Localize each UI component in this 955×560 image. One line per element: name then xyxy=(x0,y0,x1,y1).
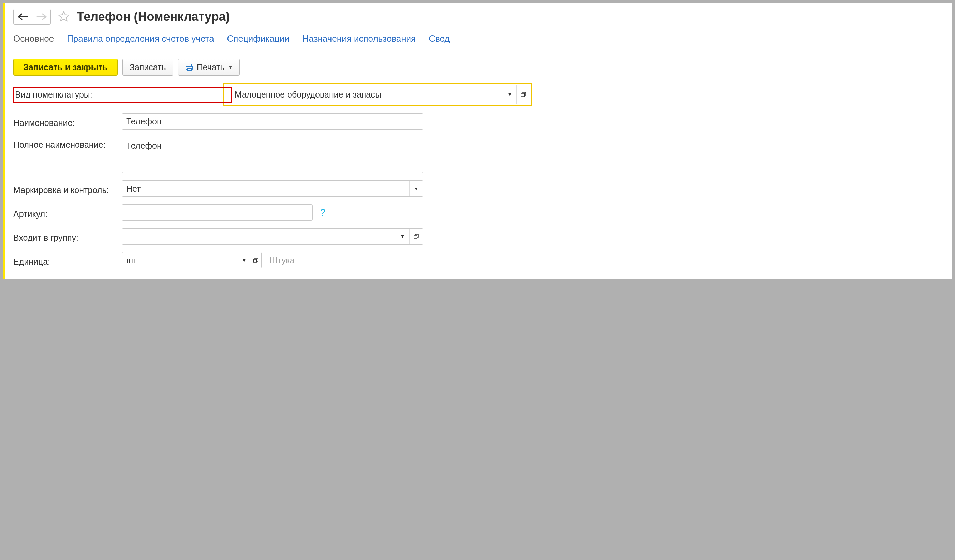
fullname-input-wrap xyxy=(122,137,423,173)
chevron-down-icon: ▼ xyxy=(507,92,512,97)
marking-label: Маркировка и контроль: xyxy=(13,183,119,195)
row-fullname: Полное наименование: xyxy=(13,137,952,173)
unit-label: Единица: xyxy=(13,254,119,267)
fullname-label: Полное наименование: xyxy=(13,137,119,150)
article-input-wrap xyxy=(122,204,313,221)
svg-rect-3 xyxy=(521,94,524,97)
tab-specs[interactable]: Спецификации xyxy=(227,33,290,45)
header: Телефон (Номенклатура) xyxy=(13,9,952,25)
row-article: Артикул: ? xyxy=(13,204,952,221)
marking-input-wrap: ▼ xyxy=(122,180,423,197)
highlight-red-box: Вид номенклатуры: xyxy=(13,87,232,103)
chevron-down-icon: ▼ xyxy=(414,186,419,191)
open-icon xyxy=(413,233,420,239)
marking-input[interactable] xyxy=(122,181,409,196)
svg-rect-5 xyxy=(254,259,257,262)
page-title: Телефон (Номенклатура) xyxy=(77,9,230,24)
chevron-down-icon: ▼ xyxy=(242,258,247,263)
forward-button[interactable] xyxy=(32,9,50,24)
unit-dropdown-button[interactable]: ▼ xyxy=(238,252,250,268)
type-input[interactable] xyxy=(230,85,503,104)
row-group: Входит в группу: ▼ xyxy=(13,228,952,244)
tab-usage[interactable]: Назначения использования xyxy=(302,33,416,45)
tab-info[interactable]: Свед xyxy=(429,33,449,45)
svg-rect-4 xyxy=(414,235,417,238)
nav-buttons xyxy=(13,9,51,25)
fullname-input[interactable] xyxy=(122,138,423,170)
highlight-yellow-box: ▼ xyxy=(224,83,532,106)
group-dropdown-button[interactable]: ▼ xyxy=(396,228,409,244)
arrow-right-icon xyxy=(36,13,47,20)
group-input-wrap: ▼ xyxy=(122,228,423,244)
group-input[interactable] xyxy=(122,228,396,244)
back-button[interactable] xyxy=(14,9,32,24)
toolbar: Записать и закрыть Записать Печать ▼ xyxy=(13,59,952,76)
star-icon xyxy=(58,11,70,23)
name-label: Наименование: xyxy=(13,115,119,128)
chevron-down-icon: ▼ xyxy=(228,64,233,70)
form-window: Телефон (Номенклатура) Основное Правила … xyxy=(3,3,952,279)
unit-input[interactable] xyxy=(122,252,238,268)
svg-rect-2 xyxy=(187,68,191,70)
row-name: Наименование: xyxy=(13,113,952,130)
type-dropdown-button[interactable]: ▼ xyxy=(503,85,517,104)
name-input[interactable] xyxy=(122,114,423,129)
print-label: Печать xyxy=(197,63,225,72)
row-unit: Единица: ▼ Штука xyxy=(13,252,952,268)
article-label: Артикул: xyxy=(13,206,119,219)
marking-dropdown-button[interactable]: ▼ xyxy=(409,181,423,196)
type-open-button[interactable] xyxy=(517,85,530,104)
save-button[interactable]: Записать xyxy=(122,59,173,76)
tab-main[interactable]: Основное xyxy=(13,33,54,45)
open-icon xyxy=(253,257,259,263)
row-type: Вид номенклатуры: ▼ xyxy=(13,83,952,106)
favorite-button[interactable] xyxy=(57,10,70,23)
article-input[interactable] xyxy=(122,205,312,220)
unit-description: Штука xyxy=(270,255,295,265)
unit-input-wrap: ▼ xyxy=(122,252,261,268)
article-help-button[interactable]: ? xyxy=(320,207,326,218)
arrow-left-icon xyxy=(18,13,28,20)
type-input-wrap: ▼ xyxy=(230,85,530,104)
open-icon xyxy=(520,91,527,97)
tabs: Основное Правила определения счетов учет… xyxy=(13,33,952,45)
print-button[interactable]: Печать ▼ xyxy=(178,59,240,76)
name-input-wrap xyxy=(122,113,423,130)
row-marking: Маркировка и контроль: ▼ xyxy=(13,180,952,197)
group-label: Входит в группу: xyxy=(13,230,119,243)
group-open-button[interactable] xyxy=(409,228,423,244)
chevron-down-icon: ▼ xyxy=(401,234,405,239)
unit-open-button[interactable] xyxy=(250,252,261,268)
save-close-button[interactable]: Записать и закрыть xyxy=(13,59,117,76)
printer-icon xyxy=(185,63,193,71)
form: Вид номенклатуры: ▼ Наименование: Полное… xyxy=(13,83,952,268)
tab-rules[interactable]: Правила определения счетов учета xyxy=(67,33,214,45)
type-label: Вид номенклатуры: xyxy=(15,90,121,100)
